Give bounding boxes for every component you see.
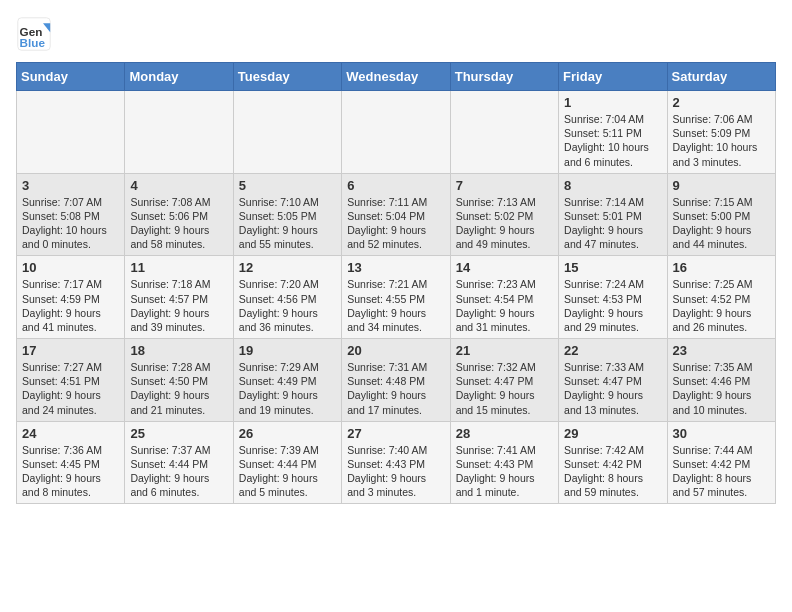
calendar-cell: 22Sunrise: 7:33 AM Sunset: 4:47 PM Dayli… bbox=[559, 339, 667, 422]
day-number: 1 bbox=[564, 95, 661, 110]
day-number: 10 bbox=[22, 260, 119, 275]
calendar-cell: 15Sunrise: 7:24 AM Sunset: 4:53 PM Dayli… bbox=[559, 256, 667, 339]
day-info: Sunrise: 7:35 AM Sunset: 4:46 PM Dayligh… bbox=[673, 360, 770, 417]
calendar-cell: 6Sunrise: 7:11 AM Sunset: 5:04 PM Daylig… bbox=[342, 173, 450, 256]
weekday-header-monday: Monday bbox=[125, 63, 233, 91]
calendar-week-row: 1Sunrise: 7:04 AM Sunset: 5:11 PM Daylig… bbox=[17, 91, 776, 174]
calendar-cell: 14Sunrise: 7:23 AM Sunset: 4:54 PM Dayli… bbox=[450, 256, 558, 339]
day-info: Sunrise: 7:42 AM Sunset: 4:42 PM Dayligh… bbox=[564, 443, 661, 500]
day-info: Sunrise: 7:21 AM Sunset: 4:55 PM Dayligh… bbox=[347, 277, 444, 334]
day-number: 13 bbox=[347, 260, 444, 275]
day-info: Sunrise: 7:37 AM Sunset: 4:44 PM Dayligh… bbox=[130, 443, 227, 500]
calendar-cell: 20Sunrise: 7:31 AM Sunset: 4:48 PM Dayli… bbox=[342, 339, 450, 422]
day-number: 29 bbox=[564, 426, 661, 441]
day-info: Sunrise: 7:32 AM Sunset: 4:47 PM Dayligh… bbox=[456, 360, 553, 417]
day-number: 7 bbox=[456, 178, 553, 193]
day-info: Sunrise: 7:07 AM Sunset: 5:08 PM Dayligh… bbox=[22, 195, 119, 252]
calendar-cell: 9Sunrise: 7:15 AM Sunset: 5:00 PM Daylig… bbox=[667, 173, 775, 256]
calendar-cell: 5Sunrise: 7:10 AM Sunset: 5:05 PM Daylig… bbox=[233, 173, 341, 256]
calendar-cell: 19Sunrise: 7:29 AM Sunset: 4:49 PM Dayli… bbox=[233, 339, 341, 422]
weekday-header-wednesday: Wednesday bbox=[342, 63, 450, 91]
day-info: Sunrise: 7:28 AM Sunset: 4:50 PM Dayligh… bbox=[130, 360, 227, 417]
calendar-cell: 12Sunrise: 7:20 AM Sunset: 4:56 PM Dayli… bbox=[233, 256, 341, 339]
day-info: Sunrise: 7:15 AM Sunset: 5:00 PM Dayligh… bbox=[673, 195, 770, 252]
weekday-header-row: SundayMondayTuesdayWednesdayThursdayFrid… bbox=[17, 63, 776, 91]
day-info: Sunrise: 7:23 AM Sunset: 4:54 PM Dayligh… bbox=[456, 277, 553, 334]
weekday-header-saturday: Saturday bbox=[667, 63, 775, 91]
day-number: 27 bbox=[347, 426, 444, 441]
day-info: Sunrise: 7:14 AM Sunset: 5:01 PM Dayligh… bbox=[564, 195, 661, 252]
day-number: 25 bbox=[130, 426, 227, 441]
day-number: 16 bbox=[673, 260, 770, 275]
day-info: Sunrise: 7:36 AM Sunset: 4:45 PM Dayligh… bbox=[22, 443, 119, 500]
calendar-cell bbox=[125, 91, 233, 174]
day-number: 11 bbox=[130, 260, 227, 275]
calendar-cell: 26Sunrise: 7:39 AM Sunset: 4:44 PM Dayli… bbox=[233, 421, 341, 504]
calendar-week-row: 24Sunrise: 7:36 AM Sunset: 4:45 PM Dayli… bbox=[17, 421, 776, 504]
day-info: Sunrise: 7:33 AM Sunset: 4:47 PM Dayligh… bbox=[564, 360, 661, 417]
calendar-cell: 17Sunrise: 7:27 AM Sunset: 4:51 PM Dayli… bbox=[17, 339, 125, 422]
calendar-cell: 21Sunrise: 7:32 AM Sunset: 4:47 PM Dayli… bbox=[450, 339, 558, 422]
weekday-header-tuesday: Tuesday bbox=[233, 63, 341, 91]
calendar-cell: 11Sunrise: 7:18 AM Sunset: 4:57 PM Dayli… bbox=[125, 256, 233, 339]
weekday-header-thursday: Thursday bbox=[450, 63, 558, 91]
calendar-cell: 10Sunrise: 7:17 AM Sunset: 4:59 PM Dayli… bbox=[17, 256, 125, 339]
calendar-cell bbox=[342, 91, 450, 174]
calendar-cell: 29Sunrise: 7:42 AM Sunset: 4:42 PM Dayli… bbox=[559, 421, 667, 504]
day-number: 20 bbox=[347, 343, 444, 358]
day-number: 14 bbox=[456, 260, 553, 275]
day-number: 9 bbox=[673, 178, 770, 193]
day-number: 28 bbox=[456, 426, 553, 441]
calendar-cell: 1Sunrise: 7:04 AM Sunset: 5:11 PM Daylig… bbox=[559, 91, 667, 174]
calendar-cell bbox=[17, 91, 125, 174]
calendar-cell: 27Sunrise: 7:40 AM Sunset: 4:43 PM Dayli… bbox=[342, 421, 450, 504]
calendar-week-row: 10Sunrise: 7:17 AM Sunset: 4:59 PM Dayli… bbox=[17, 256, 776, 339]
logo-icon: Gen Blue bbox=[16, 16, 52, 52]
day-number: 18 bbox=[130, 343, 227, 358]
day-number: 26 bbox=[239, 426, 336, 441]
day-info: Sunrise: 7:27 AM Sunset: 4:51 PM Dayligh… bbox=[22, 360, 119, 417]
page-header: Gen Blue bbox=[16, 16, 776, 52]
calendar-table: SundayMondayTuesdayWednesdayThursdayFrid… bbox=[16, 62, 776, 504]
weekday-header-sunday: Sunday bbox=[17, 63, 125, 91]
weekday-header-friday: Friday bbox=[559, 63, 667, 91]
day-info: Sunrise: 7:44 AM Sunset: 4:42 PM Dayligh… bbox=[673, 443, 770, 500]
day-number: 17 bbox=[22, 343, 119, 358]
calendar-cell: 24Sunrise: 7:36 AM Sunset: 4:45 PM Dayli… bbox=[17, 421, 125, 504]
calendar-week-row: 17Sunrise: 7:27 AM Sunset: 4:51 PM Dayli… bbox=[17, 339, 776, 422]
day-info: Sunrise: 7:18 AM Sunset: 4:57 PM Dayligh… bbox=[130, 277, 227, 334]
day-number: 15 bbox=[564, 260, 661, 275]
day-info: Sunrise: 7:08 AM Sunset: 5:06 PM Dayligh… bbox=[130, 195, 227, 252]
day-info: Sunrise: 7:29 AM Sunset: 4:49 PM Dayligh… bbox=[239, 360, 336, 417]
calendar-cell: 23Sunrise: 7:35 AM Sunset: 4:46 PM Dayli… bbox=[667, 339, 775, 422]
day-number: 5 bbox=[239, 178, 336, 193]
day-info: Sunrise: 7:39 AM Sunset: 4:44 PM Dayligh… bbox=[239, 443, 336, 500]
day-number: 24 bbox=[22, 426, 119, 441]
day-info: Sunrise: 7:20 AM Sunset: 4:56 PM Dayligh… bbox=[239, 277, 336, 334]
day-number: 12 bbox=[239, 260, 336, 275]
day-number: 2 bbox=[673, 95, 770, 110]
calendar-cell: 2Sunrise: 7:06 AM Sunset: 5:09 PM Daylig… bbox=[667, 91, 775, 174]
day-number: 8 bbox=[564, 178, 661, 193]
day-number: 30 bbox=[673, 426, 770, 441]
svg-text:Blue: Blue bbox=[20, 36, 46, 49]
calendar-cell: 25Sunrise: 7:37 AM Sunset: 4:44 PM Dayli… bbox=[125, 421, 233, 504]
calendar-cell: 16Sunrise: 7:25 AM Sunset: 4:52 PM Dayli… bbox=[667, 256, 775, 339]
day-number: 6 bbox=[347, 178, 444, 193]
calendar-cell bbox=[450, 91, 558, 174]
day-info: Sunrise: 7:10 AM Sunset: 5:05 PM Dayligh… bbox=[239, 195, 336, 252]
day-info: Sunrise: 7:06 AM Sunset: 5:09 PM Dayligh… bbox=[673, 112, 770, 169]
calendar-cell: 8Sunrise: 7:14 AM Sunset: 5:01 PM Daylig… bbox=[559, 173, 667, 256]
day-number: 4 bbox=[130, 178, 227, 193]
day-info: Sunrise: 7:31 AM Sunset: 4:48 PM Dayligh… bbox=[347, 360, 444, 417]
day-info: Sunrise: 7:04 AM Sunset: 5:11 PM Dayligh… bbox=[564, 112, 661, 169]
day-number: 19 bbox=[239, 343, 336, 358]
calendar-cell: 3Sunrise: 7:07 AM Sunset: 5:08 PM Daylig… bbox=[17, 173, 125, 256]
day-info: Sunrise: 7:17 AM Sunset: 4:59 PM Dayligh… bbox=[22, 277, 119, 334]
day-info: Sunrise: 7:25 AM Sunset: 4:52 PM Dayligh… bbox=[673, 277, 770, 334]
day-number: 22 bbox=[564, 343, 661, 358]
calendar-cell: 30Sunrise: 7:44 AM Sunset: 4:42 PM Dayli… bbox=[667, 421, 775, 504]
logo: Gen Blue bbox=[16, 16, 54, 52]
calendar-cell: 28Sunrise: 7:41 AM Sunset: 4:43 PM Dayli… bbox=[450, 421, 558, 504]
calendar-cell: 13Sunrise: 7:21 AM Sunset: 4:55 PM Dayli… bbox=[342, 256, 450, 339]
